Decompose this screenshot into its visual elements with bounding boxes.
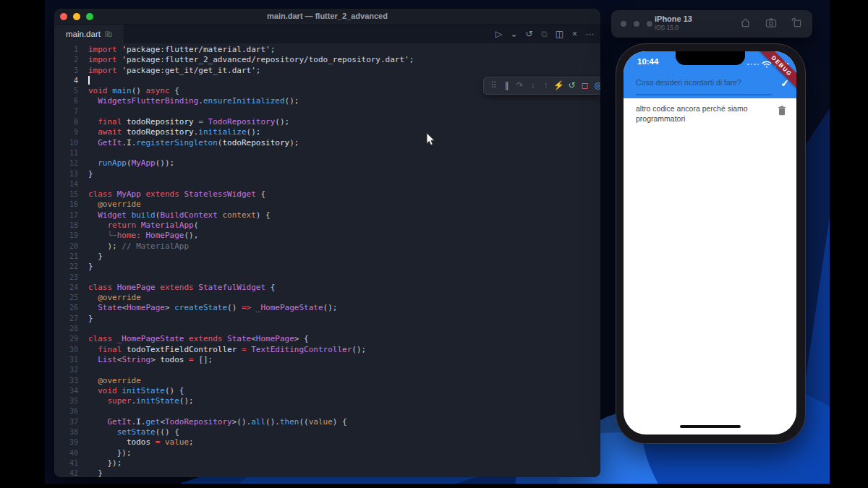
- line-number[interactable]: 26: [54, 303, 88, 313]
- preview-icon[interactable]: ⧉: [538, 29, 550, 39]
- code-line-41[interactable]: 41 });: [54, 458, 600, 468]
- close-window-button[interactable]: [621, 21, 626, 27]
- line-number[interactable]: 17: [54, 210, 88, 221]
- minimize-window-button[interactable]: [634, 21, 639, 27]
- code-line-12[interactable]: 12 runApp(MyApp());: [54, 158, 600, 168]
- code-editor[interactable]: 1import 'package:flutter/material.dart';…: [54, 43, 600, 477]
- code-line-6[interactable]: 6 WidgetsFlutterBinding.ensureInitialize…: [54, 96, 600, 106]
- code-line-34[interactable]: 34 void initState() {: [54, 386, 600, 396]
- code-line-28[interactable]: 28: [54, 324, 600, 334]
- code-line-33[interactable]: 33 @override: [54, 376, 600, 386]
- todo-input[interactable]: Cosa desideri ricordarti di fare?: [636, 78, 741, 87]
- tab-main-dart[interactable]: main.dart lib: [54, 25, 124, 43]
- line-number[interactable]: 40: [54, 448, 88, 458]
- line-number[interactable]: 16: [54, 200, 88, 210]
- code-line-13[interactable]: 13}: [54, 169, 600, 179]
- code-line-37[interactable]: 37 GetIt.I.get<TodoRepository>().all().t…: [54, 417, 600, 427]
- home-icon[interactable]: [740, 17, 751, 28]
- run-dropdown-chevron-icon[interactable]: ⌄: [508, 29, 520, 39]
- code-line-20[interactable]: 20 ); // MaterialApp: [54, 241, 600, 252]
- code-line-21[interactable]: 21 }: [54, 252, 600, 262]
- code-line-17[interactable]: 17 Widget build(BuildContext context) {: [54, 210, 600, 221]
- code-line-2[interactable]: 2import 'package:flutter_2_advanced/repo…: [54, 55, 600, 65]
- rotate-device-icon[interactable]: [791, 17, 802, 28]
- line-number[interactable]: 28: [54, 324, 88, 334]
- line-number[interactable]: 32: [54, 365, 88, 375]
- line-number[interactable]: 37: [54, 417, 88, 427]
- line-number[interactable]: 15: [54, 189, 88, 200]
- run-debug-icon[interactable]: ▷: [493, 29, 505, 39]
- line-number[interactable]: 41: [54, 458, 88, 468]
- code-line-18[interactable]: 18 return MaterialApp(: [54, 221, 600, 231]
- code-line-19[interactable]: 19 └─home: HomePage(),: [54, 231, 600, 241]
- code-line-25[interactable]: 25 @override: [54, 293, 600, 303]
- line-number[interactable]: 14: [54, 179, 88, 189]
- code-line-9[interactable]: 9 await todoRepository.initialize();: [54, 127, 600, 137]
- code-line-7[interactable]: 7: [54, 107, 600, 117]
- code-line-16[interactable]: 16 @override: [54, 200, 600, 210]
- code-line-8[interactable]: 8 final todoRepository = TodoRepository(…: [54, 117, 600, 127]
- code-line-35[interactable]: 35 super.initState();: [54, 396, 600, 406]
- line-number[interactable]: 4: [54, 76, 88, 86]
- line-number[interactable]: 38: [54, 427, 88, 437]
- close-icon[interactable]: ×: [569, 29, 581, 39]
- line-number[interactable]: 22: [54, 262, 88, 272]
- code-line-38[interactable]: 38 setState(() {: [54, 427, 600, 437]
- line-number[interactable]: 34: [54, 386, 88, 396]
- code-line-31[interactable]: 31 List<String> todos = [];: [54, 355, 600, 365]
- line-number[interactable]: 36: [54, 406, 88, 416]
- hot-reload-icon[interactable]: ⚡: [553, 78, 565, 93]
- code-line-23[interactable]: 23: [54, 273, 600, 283]
- line-number[interactable]: 13: [54, 169, 88, 179]
- code-line-22[interactable]: 22}: [54, 262, 600, 272]
- simulator-titlebar[interactable]: iPhone 13 iOS 15.0: [611, 10, 812, 38]
- zoom-window-button[interactable]: [647, 21, 652, 27]
- code-line-1[interactable]: 1import 'package:flutter/material.dart';: [54, 45, 600, 55]
- line-number[interactable]: 10: [54, 138, 88, 148]
- line-number[interactable]: 9: [54, 127, 88, 137]
- line-number[interactable]: 29: [54, 334, 88, 344]
- line-number[interactable]: 18: [54, 221, 88, 231]
- code-line-11[interactable]: 11: [54, 148, 600, 158]
- line-number[interactable]: 8: [54, 117, 88, 127]
- code-line-29[interactable]: 29class _HomePageState extends State<Hom…: [54, 334, 600, 344]
- line-number[interactable]: 33: [54, 376, 88, 386]
- code-line-36[interactable]: 36: [54, 406, 600, 416]
- code-line-27[interactable]: 27}: [54, 314, 600, 324]
- line-number[interactable]: 23: [54, 273, 88, 283]
- restart-icon[interactable]: ↺: [566, 78, 578, 93]
- line-number[interactable]: 7: [54, 107, 88, 117]
- line-number[interactable]: 6: [54, 96, 88, 106]
- line-number[interactable]: 2: [54, 55, 88, 65]
- line-number[interactable]: 27: [54, 314, 88, 324]
- line-number[interactable]: 5: [54, 86, 88, 96]
- code-line-32[interactable]: 32: [54, 365, 600, 375]
- step-over-icon[interactable]: ↷: [514, 78, 526, 93]
- line-number[interactable]: 31: [54, 355, 88, 365]
- line-number[interactable]: 39: [54, 437, 88, 448]
- line-number[interactable]: 24: [54, 283, 88, 293]
- stop-icon[interactable]: ◻: [579, 78, 591, 93]
- line-number[interactable]: 3: [54, 66, 88, 76]
- code-line-30[interactable]: 30 final todoTextFieldController = TextE…: [54, 345, 600, 355]
- code-line-10[interactable]: 10 GetIt.I.registerSingleton(todoReposit…: [54, 138, 600, 148]
- code-line-39[interactable]: 39 todos = value;: [54, 437, 600, 448]
- split-editor-icon[interactable]: ◫: [553, 29, 566, 39]
- more-actions-icon[interactable]: ···: [584, 29, 596, 39]
- line-number[interactable]: 35: [54, 396, 88, 406]
- line-number[interactable]: 20: [54, 241, 88, 252]
- line-number[interactable]: 25: [54, 293, 88, 303]
- drag-handle-icon[interactable]: ⠿: [488, 78, 500, 93]
- line-number[interactable]: 42: [54, 468, 88, 477]
- pause-icon[interactable]: ∥: [501, 78, 513, 93]
- code-line-26[interactable]: 26 State<HomePage> createState() => _Hom…: [54, 303, 600, 313]
- step-out-icon[interactable]: ↑: [540, 78, 552, 93]
- delete-todo-icon[interactable]: [778, 106, 786, 119]
- line-number[interactable]: 21: [54, 252, 88, 262]
- code-line-3[interactable]: 3import 'package:get_it/get_it.dart';: [54, 66, 600, 76]
- line-number[interactable]: 12: [54, 158, 88, 168]
- code-line-40[interactable]: 40 });: [54, 448, 600, 458]
- code-line-15[interactable]: 15class MyApp extends StatelessWidget {: [54, 189, 600, 200]
- code-line-14[interactable]: 14: [54, 179, 600, 189]
- screenshot-icon[interactable]: [765, 17, 777, 28]
